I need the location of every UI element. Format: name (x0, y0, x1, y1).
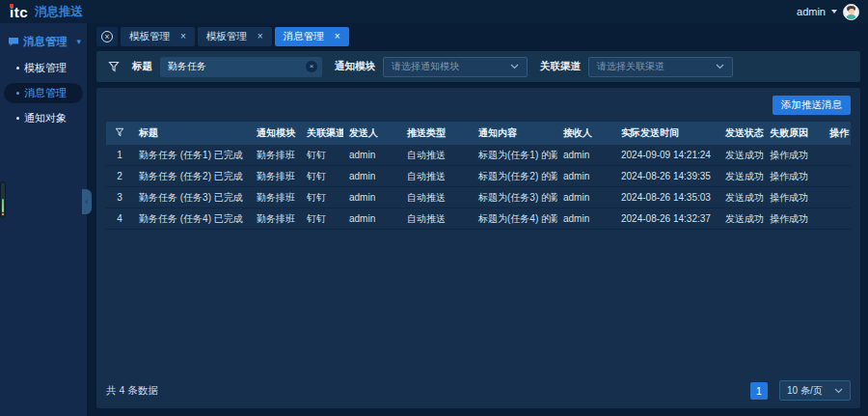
column-header-actions: 操作 (824, 126, 851, 140)
cell-send-time: 2024-08-26 14:32:37 (615, 213, 719, 224)
circle-close-icon: × (101, 31, 113, 42)
cell-sender: admin (343, 150, 401, 160)
cell-sender: admin (343, 192, 401, 203)
tab-close-icon[interactable]: × (180, 31, 186, 42)
bullet-icon (16, 67, 19, 69)
bullet-icon (16, 117, 19, 120)
tab-template-management-2[interactable]: 模板管理 × (198, 27, 272, 46)
chevron-down-icon (716, 64, 724, 69)
module-select[interactable]: 请选择通知模块 (383, 57, 528, 77)
cell-content: 标题为(任务4) 的勤务任... (473, 212, 557, 226)
logo-red-dot (10, 4, 14, 8)
page-size-select[interactable]: 10 条/页 (779, 380, 851, 401)
cell-content: 标题为(任务3) 的勤务任... (473, 191, 557, 205)
pagination: 1 10 条/页 (750, 380, 851, 401)
toolbar: 添加推送消息 (106, 96, 851, 115)
cell-send-status: 发送成功 (719, 170, 764, 183)
bullet-icon (16, 92, 19, 95)
cell-fail-reason: 操作成功 (764, 212, 824, 226)
column-header-content: 通知内容 (473, 126, 557, 140)
title-filter-label: 标题 (132, 60, 152, 73)
chevron-left-icon: ‹ (86, 197, 89, 207)
edge-widget (0, 181, 6, 218)
cell-channel: 钉钉 (301, 191, 343, 205)
sidebar-item-notify-targets[interactable]: 通知对象 (4, 108, 83, 128)
cell-module: 勤务排班 (251, 191, 301, 205)
table-row[interactable]: 1勤务任务 (任务1) 已完成勤务排班钉钉admin自动推送标题为(任务1) 的… (106, 145, 851, 166)
sidebar-item-label: 通知对象 (24, 111, 67, 125)
chevron-down-icon (834, 388, 843, 394)
column-header-fail-reason: 失败原因 (764, 126, 824, 140)
tab-bar: × 模板管理 × 模板管理 × 消息管理 × (96, 26, 860, 46)
page-size-label: 10 条/页 (787, 384, 823, 398)
table-filter-funnel-icon[interactable] (106, 127, 133, 139)
sidebar-item-label: 模板管理 (24, 61, 67, 75)
topbar: itc 消息推送 admin (0, 0, 868, 23)
cell-title: 勤务任务 (任务3) 已完成 (133, 191, 251, 205)
cell-fail-reason: 操作成功 (764, 149, 824, 162)
cell-send-status: 发送成功 (719, 212, 764, 226)
cell-send-status: 发送成功 (719, 149, 764, 162)
cell-sender: admin (343, 171, 401, 181)
clear-input-icon[interactable]: × (306, 61, 317, 72)
title-filter-input[interactable] (160, 57, 322, 77)
tab-label: 消息管理 (284, 30, 324, 43)
table-body: 1勤务任务 (任务1) 已完成勤务排班钉钉admin自动推送标题为(任务1) 的… (106, 145, 851, 230)
sidebar: 消息管理 ▾ 模板管理 消息管理 通知对象 ‹ (0, 23, 87, 416)
sidebar-item-label: 消息管理 (24, 86, 67, 100)
table-row[interactable]: 4勤务任务 (任务4) 已完成勤务排班钉钉admin自动推送标题为(任务4) 的… (106, 208, 851, 230)
cell-sender: admin (343, 213, 401, 224)
total-count: 共 4 条数据 (106, 384, 158, 398)
tab-template-management-1[interactable]: 模板管理 × (121, 27, 195, 46)
app-title: 消息推送 (35, 4, 83, 20)
column-header-sender: 发送人 (343, 126, 401, 140)
cell-send-time: 2024-08-26 14:39:35 (615, 171, 719, 181)
cell-title: 勤务任务 (任务4) 已完成 (133, 212, 251, 226)
cell-module: 勤务排班 (251, 170, 301, 183)
add-push-message-button[interactable]: 添加推送消息 (773, 96, 851, 115)
column-header-channel: 关联渠道 (301, 126, 343, 140)
column-header-push-type: 推送类型 (401, 126, 473, 140)
close-all-tabs-button[interactable]: × (96, 27, 118, 46)
content-panel: 添加推送消息 标题通知模块关联渠道发送人推送类型通知内容接收人实际发送时间发送状… (96, 88, 860, 408)
sidebar-collapse-handle[interactable]: ‹ (82, 189, 92, 214)
module-select-placeholder: 请选择通知模块 (392, 60, 459, 73)
tab-close-icon[interactable]: × (258, 31, 263, 42)
main-area: × 模板管理 × 模板管理 × 消息管理 × 标题 × 通知模块 (87, 23, 868, 416)
caret-down-icon (831, 10, 837, 14)
avatar[interactable] (843, 4, 859, 20)
table-row[interactable]: 3勤务任务 (任务3) 已完成勤务排班钉钉admin自动推送标题为(任务3) 的… (106, 187, 851, 208)
username: admin (797, 6, 826, 17)
tab-message-management[interactable]: 消息管理 × (275, 27, 349, 46)
caret-down-icon: ▾ (76, 38, 81, 46)
cell-fail-reason: 操作成功 (764, 191, 824, 205)
layout: 消息管理 ▾ 模板管理 消息管理 通知对象 ‹ × 模板管理 × (0, 23, 868, 416)
filter-funnel-icon (108, 61, 120, 72)
cell-title: 勤务任务 (任务2) 已完成 (133, 170, 251, 183)
row-index: 2 (106, 171, 133, 181)
column-header-module: 通知模块 (251, 126, 301, 140)
column-header-send-time: 实际发送时间 (615, 126, 719, 140)
row-index: 4 (106, 213, 133, 224)
page-button-1[interactable]: 1 (750, 382, 768, 400)
cell-content: 标题为(任务2) 的勤务任... (473, 170, 557, 183)
cell-channel: 钉钉 (301, 212, 343, 226)
sidebar-item-message-management[interactable]: 消息管理 (4, 83, 83, 103)
cell-push-type: 自动推送 (401, 191, 473, 205)
cell-channel: 钉钉 (301, 170, 343, 183)
tab-label: 模板管理 (206, 30, 247, 43)
tab-close-icon[interactable]: × (335, 31, 340, 42)
cell-receiver: admin (557, 150, 615, 160)
cell-receiver: admin (557, 171, 615, 181)
table-row[interactable]: 2勤务任务 (任务2) 已完成勤务排班钉钉admin自动推送标题为(任务2) 的… (106, 166, 851, 187)
chat-bubble-icon (8, 37, 19, 47)
cell-push-type: 自动推送 (401, 149, 473, 162)
chevron-down-icon (510, 64, 519, 69)
table-header-row: 标题通知模块关联渠道发送人推送类型通知内容接收人实际发送时间发送状态失败原因操作 (106, 122, 851, 145)
user-menu[interactable]: admin (797, 4, 859, 20)
cell-send-time: 2024-09-09 14:21:24 (615, 150, 719, 160)
cell-receiver: admin (557, 213, 615, 224)
sidebar-group-message-management[interactable]: 消息管理 ▾ (0, 31, 87, 58)
channel-select[interactable]: 请选择关联渠道 (588, 57, 733, 77)
sidebar-item-template-management[interactable]: 模板管理 (4, 58, 83, 78)
